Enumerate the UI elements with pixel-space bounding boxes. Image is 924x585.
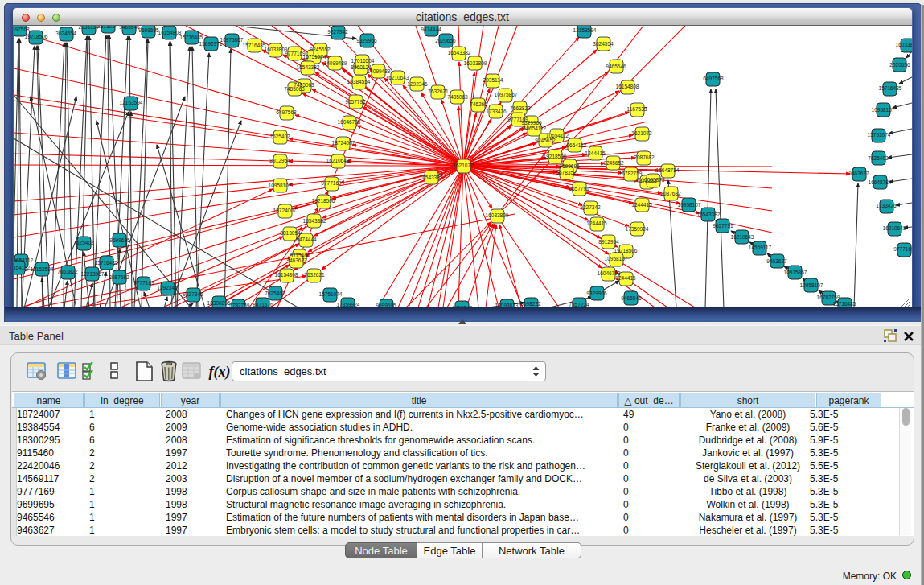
- svg-text:15751074: 15751074: [868, 132, 891, 138]
- svg-text:9465546: 9465546: [119, 26, 140, 30]
- svg-text:9657791: 9657791: [569, 186, 589, 192]
- svg-text:16648784: 16648784: [656, 167, 680, 173]
- svg-text:14099489: 14099489: [324, 60, 347, 66]
- svg-text:10654112: 10654112: [524, 126, 547, 131]
- svg-text:16543382: 16543382: [420, 175, 443, 180]
- svg-text:5678352: 5678352: [556, 170, 577, 175]
- svg-text:17359924: 17359924: [626, 226, 649, 232]
- svg-text:15716485: 15716485: [879, 85, 902, 91]
- svg-text:16210643: 16210643: [883, 225, 906, 231]
- svg-text:9699695: 9699695: [559, 163, 580, 169]
- svg-text:7632621: 7632621: [428, 89, 449, 94]
- svg-text:1292346: 1292346: [157, 285, 178, 290]
- svg-text:19218506: 19218506: [614, 248, 638, 253]
- svg-text:10958107: 10958107: [605, 256, 628, 262]
- svg-text:12153594: 12153594: [31, 266, 54, 272]
- svg-text:9227342: 9227342: [327, 29, 348, 35]
- svg-text:7632621: 7632621: [304, 272, 325, 278]
- svg-text:10958107: 10958107: [269, 183, 292, 188]
- svg-text:9245652: 9245652: [310, 47, 331, 52]
- svg-text:9474444: 9474444: [421, 27, 441, 32]
- svg-text:1733426: 1733426: [876, 203, 897, 208]
- svg-text:16046798: 16046798: [338, 119, 361, 125]
- svg-text:6497568: 6497568: [703, 76, 724, 81]
- svg-text:10654112: 10654112: [564, 142, 587, 148]
- svg-text:8813054: 8813054: [97, 26, 118, 29]
- svg-text:7857224: 7857224: [569, 302, 589, 307]
- svg-text:3624554: 3624554: [55, 31, 76, 36]
- svg-text:15751074: 15751074: [319, 291, 343, 297]
- svg-text:19384554: 19384554: [347, 79, 371, 84]
- svg-text:6497568: 6497568: [276, 109, 297, 115]
- svg-text:15692971: 15692971: [199, 41, 223, 47]
- svg-text:19218506: 19218506: [312, 198, 335, 204]
- svg-text:18724007: 18724007: [273, 208, 297, 213]
- svg-text:7625402: 7625402: [269, 134, 290, 139]
- svg-text:1244415: 1244415: [631, 202, 652, 208]
- svg-text:10975867: 10975867: [495, 92, 518, 97]
- svg-text:7485063: 7485063: [284, 86, 305, 92]
- svg-text:f​(x): f​(x): [209, 364, 231, 381]
- svg-text:9329966: 9329966: [521, 120, 542, 126]
- svg-text:746266: 746266: [470, 101, 487, 107]
- svg-text:9329966: 9329966: [586, 290, 607, 296]
- svg-text:1244415: 1244415: [586, 220, 607, 226]
- svg-text:9245652: 9245652: [535, 138, 556, 143]
- svg-text:3624554: 3624554: [593, 41, 614, 47]
- svg-text:15716485: 15716485: [833, 301, 856, 307]
- svg-text:16154808: 16154808: [158, 30, 182, 35]
- svg-text:9245652: 9245652: [603, 160, 624, 166]
- svg-text:16782759: 16782759: [619, 171, 643, 176]
- svg-text:17359924: 17359924: [337, 302, 360, 307]
- svg-text:16154808: 16154808: [275, 272, 298, 278]
- svg-text:16543382: 16543382: [697, 212, 721, 217]
- svg-text:14099489: 14099489: [368, 68, 391, 74]
- svg-text:15716485: 15716485: [180, 35, 203, 40]
- svg-text:1621072: 1621072: [631, 130, 652, 136]
- svg-text:15751074: 15751074: [303, 54, 326, 60]
- svg-text:9657791: 9657791: [345, 99, 366, 105]
- svg-text:9777169: 9777169: [893, 246, 912, 252]
- svg-text:15716485: 15716485: [95, 260, 118, 266]
- svg-text:2935114: 2935114: [79, 26, 99, 30]
- svg-text:16782759: 16782759: [817, 295, 840, 300]
- svg-text:10654112: 10654112: [14, 265, 31, 270]
- svg-text:1244415: 1244415: [615, 275, 636, 281]
- svg-text:8813054: 8813054: [280, 230, 301, 236]
- svg-text:19218506: 19218506: [544, 154, 567, 159]
- svg-text:18724007: 18724007: [332, 140, 355, 146]
- svg-text:1733426: 1733426: [486, 109, 507, 114]
- svg-text:16648784: 16648784: [869, 179, 892, 185]
- svg-text:7625402: 7625402: [265, 290, 285, 296]
- svg-text:9463627: 9463627: [286, 257, 307, 263]
- svg-text:2087682: 2087682: [634, 154, 655, 160]
- svg-text:7485063: 7485063: [447, 94, 468, 100]
- svg-text:16033809: 16033809: [464, 60, 487, 66]
- svg-text:9465546: 9465546: [621, 295, 642, 301]
- svg-text:16543382: 16543382: [448, 50, 471, 56]
- svg-text:9777169: 9777169: [321, 180, 342, 186]
- svg-text:18300295: 18300295: [207, 300, 231, 306]
- svg-text:16210643: 16210643: [386, 75, 409, 80]
- svg-text:9465546: 9465546: [606, 64, 626, 69]
- svg-text:17016504: 17016504: [351, 58, 375, 64]
- svg-text:9699695: 9699695: [138, 27, 159, 33]
- svg-text:9474444: 9474444: [296, 237, 317, 242]
- svg-text:12213967: 12213967: [81, 271, 105, 277]
- svg-text:16033809: 16033809: [896, 42, 912, 47]
- svg-text:16154808: 16154808: [616, 84, 639, 89]
- svg-text:9227342: 9227342: [580, 204, 601, 210]
- svg-text:10654112: 10654112: [14, 257, 34, 263]
- svg-text:10975867: 10975867: [220, 37, 244, 43]
- svg-text:12093873: 12093873: [642, 177, 665, 183]
- svg-text:8912954: 8912954: [269, 158, 290, 163]
- svg-text:9777169: 9777169: [133, 280, 154, 286]
- svg-text:9657791: 9657791: [713, 223, 733, 229]
- svg-text:16543382: 16543382: [303, 218, 326, 224]
- svg-text:5698222: 5698222: [520, 301, 541, 307]
- svg-text:7663822: 7663822: [57, 269, 78, 274]
- svg-text:8912954: 8912954: [598, 239, 619, 245]
- svg-text:2087682: 2087682: [109, 274, 129, 280]
- svg-text:15716485: 15716485: [243, 43, 266, 48]
- svg-text:9699695: 9699695: [109, 237, 130, 243]
